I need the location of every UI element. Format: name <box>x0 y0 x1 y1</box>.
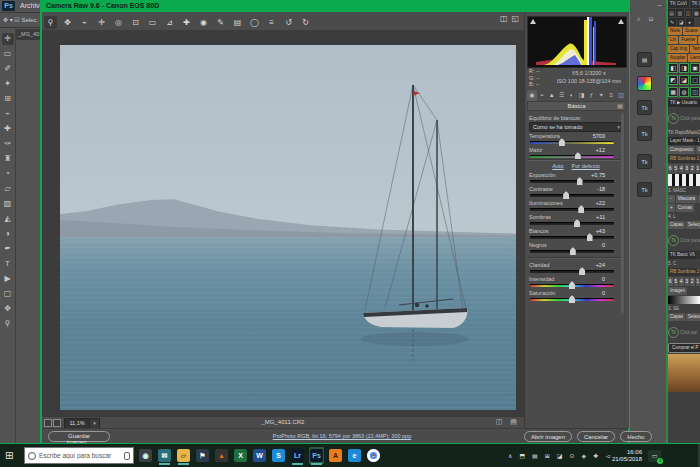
tk-button[interactable]: ◧ <box>668 63 678 73</box>
spot-healing-tool[interactable]: ✚ <box>2 123 14 135</box>
radial-filter-tool[interactable]: ◯ <box>248 16 261 29</box>
tk-button[interactable]: ▢ <box>690 75 700 85</box>
tk-panel-icon-4[interactable]: Tk <box>637 182 652 197</box>
slider-track[interactable] <box>530 141 614 144</box>
tk-button[interactable]: ▦ <box>668 87 678 97</box>
brush-tool[interactable]: ✑ <box>2 138 14 150</box>
tab-hsl[interactable]: ☰ <box>557 90 567 101</box>
crop-tool[interactable]: ⊞ <box>2 93 14 105</box>
tk-button[interactable]: Layer Mask - 1. C <box>668 137 700 145</box>
tray-icon[interactable]: ⊞ <box>545 452 550 459</box>
tk-button[interactable]: Selecció <box>686 313 700 321</box>
tk-button[interactable]: ✎ <box>668 18 676 26</box>
eyedropper-tool[interactable]: ⌁ <box>2 108 14 120</box>
tray-icon[interactable]: ⬒ <box>519 452 525 459</box>
tk-button[interactable]: ▤ <box>668 9 675 17</box>
tk-button[interactable]: 6 <box>668 277 673 286</box>
tk-button[interactable]: 4 <box>679 277 684 286</box>
rotate-right-button[interactable]: ↻ <box>299 16 312 29</box>
tk-button[interactable]: Selecció <box>686 221 700 229</box>
tk-button[interactable]: ◪ <box>677 18 685 26</box>
rotate-left-button[interactable]: ↺ <box>282 16 295 29</box>
tk-button[interactable]: Click par <box>680 330 698 335</box>
taskbar-clock[interactable]: 16:06 21/05/2018 <box>606 449 642 463</box>
spot-removal-tool[interactable]: ✚ <box>180 16 193 29</box>
panel-scrollbar[interactable] <box>621 113 624 313</box>
tk-button[interactable]: Fuente <box>679 36 697 44</box>
tk-button[interactable]: Tamaño <box>690 45 700 53</box>
slider-track[interactable] <box>530 250 614 253</box>
tk-button[interactable]: RB Sombras 2 16 <box>668 268 700 276</box>
tk-button[interactable]: 2 <box>690 277 695 286</box>
tk-panel-icon-1[interactable]: Tk <box>637 100 652 115</box>
tab-presets[interactable]: ≡ <box>606 90 616 101</box>
slider-track[interactable] <box>530 208 614 211</box>
tk-button[interactable]: Acoplar <box>668 54 687 62</box>
workflow-options-link[interactable]: ProPhoto RGB; bit 16; 5794 por 3863 (22,… <box>222 433 462 439</box>
taskbar-search[interactable]: Escribe aquí para buscar <box>24 447 134 464</box>
tk-button[interactable]: 4 <box>679 164 684 173</box>
tab-detail[interactable]: ▲ <box>547 90 557 101</box>
tk-button[interactable]: ◪ <box>679 75 689 85</box>
tk-button[interactable]: 3. SE <box>668 305 679 312</box>
tab-snapshots[interactable]: ◫ <box>616 90 626 101</box>
shape-tool[interactable]: ▢ <box>2 288 14 300</box>
search-workspace-icons[interactable]: ⌕ ⊡ <box>637 15 656 23</box>
swatches-panel-icon[interactable]: ▤ <box>637 52 652 67</box>
slider-track[interactable] <box>530 284 614 287</box>
shadow-clipping-indicator[interactable] <box>530 19 536 24</box>
color-panel-icon[interactable] <box>637 76 652 91</box>
app-skype[interactable]: S <box>271 447 286 464</box>
tab-lens-corrections[interactable]: ◨ <box>577 90 587 101</box>
microphone-icon[interactable] <box>124 452 130 460</box>
tk-button[interactable]: 1 <box>696 164 700 173</box>
blur-tool[interactable]: ◭ <box>2 213 14 225</box>
tk-button[interactable]: Capas <box>668 221 685 229</box>
tab-effects[interactable]: ƒ <box>586 90 596 101</box>
history-brush-tool[interactable]: ◔ <box>2 168 14 180</box>
tk-button[interactable]: TK Basic V6 <box>668 251 697 259</box>
color-sampler-tool[interactable]: ✛ <box>95 16 108 29</box>
tray-icon[interactable]: ⊙ <box>569 452 574 459</box>
tk-button[interactable]: 5. C <box>668 260 676 267</box>
preferences-button[interactable]: ≡ <box>265 16 278 29</box>
app-edge[interactable]: e <box>347 447 362 464</box>
tk-button[interactable]: Can <box>696 146 700 154</box>
tk-button[interactable]: ▥ <box>676 9 683 17</box>
cancel-button[interactable]: Cancelar <box>577 431 615 442</box>
app-lightroom[interactable]: Lr <box>290 447 305 464</box>
preview-toggle-icon[interactable]: ◫ <box>500 14 508 23</box>
hand-tool[interactable]: ✥ <box>61 16 74 29</box>
tk-button[interactable]: Suave <box>683 27 700 35</box>
app-photos[interactable]: ◉ <box>138 447 153 464</box>
tk-button[interactable]: Click para <box>680 116 700 121</box>
tk-button[interactable]: 5 <box>674 277 679 286</box>
tk-button[interactable]: Curvas <box>676 204 694 212</box>
tk-panel-icon-3[interactable]: Tk <box>637 154 652 169</box>
gradient-tool[interactable]: ▨ <box>2 198 14 210</box>
red-eye-tool[interactable]: ◉ <box>197 16 210 29</box>
slider-track[interactable] <box>530 222 614 225</box>
app-bridge[interactable]: A <box>328 447 343 464</box>
slider-track[interactable] <box>530 180 614 183</box>
tray-icon[interactable]: ◪ <box>557 452 563 459</box>
highlight-clipping-indicator[interactable] <box>618 19 624 24</box>
tk-button[interactable]: 5 <box>674 164 679 173</box>
white-balance-select[interactable]: Como se ha tomado ▾ <box>529 122 623 132</box>
eraser-tool[interactable]: ▱ <box>2 183 14 195</box>
tk-button[interactable]: 1 <box>696 277 700 286</box>
tk-button[interactable]: TK ▶ Usuario <box>668 99 700 107</box>
type-tool[interactable]: T <box>2 258 14 270</box>
transform-tool[interactable]: ⊿ <box>163 16 176 29</box>
tk-button[interactable]: ◫ <box>690 87 700 97</box>
white-balance-tool[interactable]: ⌁ <box>78 16 91 29</box>
app-mail[interactable]: ✉ <box>157 447 172 464</box>
move-tool[interactable]: ✛ <box>2 33 14 45</box>
slider-track[interactable] <box>530 270 614 273</box>
slider-track[interactable] <box>530 298 614 301</box>
save-image-button[interactable]: Guardar imagen... <box>48 431 110 442</box>
tk-button[interactable]: 3 <box>685 164 690 173</box>
tk-button[interactable]: Compuesto <box>668 146 695 154</box>
zoom-tool[interactable]: ⚲ <box>44 16 57 29</box>
app-photoshop-active[interactable]: Ps <box>309 447 324 464</box>
